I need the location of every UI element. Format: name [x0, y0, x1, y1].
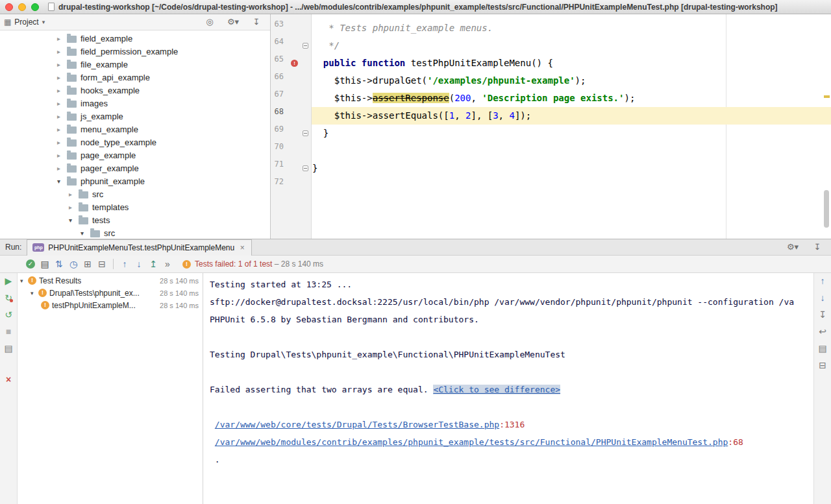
code-text[interactable]: [312, 142, 831, 160]
editor-line[interactable]: 67 $this->assertResponse(200, 'Descripti…: [271, 90, 831, 107]
close-tab-icon[interactable]: [238, 244, 246, 252]
project-tree-item[interactable]: ▸js_example: [0, 110, 270, 123]
close-window-button[interactable]: [5, 3, 13, 11]
editor-line[interactable]: 71}: [271, 160, 831, 177]
project-tree-item[interactable]: ▸images: [0, 97, 270, 110]
editor-line[interactable]: 68 $this->assertEquals([1, 2], [3, 4]);: [271, 107, 831, 125]
print-icon[interactable]: ▤: [817, 343, 828, 354]
test-tree-item[interactable]: ▾Test Results28 s 140 ms: [18, 274, 203, 287]
test-tree-item[interactable]: testPhpUnitExampleM...28 s 140 ms: [18, 299, 203, 311]
export-test-results-icon[interactable]: ↥: [146, 258, 160, 270]
minimize-window-button[interactable]: [18, 3, 26, 11]
project-tree-item[interactable]: ▸node_type_example: [0, 136, 270, 149]
editor-line[interactable]: 72: [271, 177, 831, 195]
fold-marker-icon[interactable]: [303, 165, 308, 171]
project-tree-item[interactable]: ▾src: [0, 226, 270, 239]
editor-line[interactable]: 70: [271, 142, 831, 160]
editor-line[interactable]: 69 }: [271, 125, 831, 142]
select-opened-file-icon[interactable]: ◎: [203, 16, 217, 28]
project-tree-item[interactable]: ▸templates: [0, 200, 270, 213]
chevron-down-icon[interactable]: ▾: [69, 217, 77, 224]
editor-line[interactable]: 64 */: [271, 37, 831, 54]
failed-test-gutter-icon[interactable]: [291, 60, 298, 67]
chevron-right-icon[interactable]: ▸: [57, 113, 66, 120]
chevron-down-icon[interactable]: ▾: [31, 290, 38, 296]
code-text[interactable]: * Tests phpunit_example menus.: [312, 19, 831, 37]
chevron-down-icon[interactable]: ▾: [81, 230, 89, 237]
chevron-right-icon[interactable]: ▸: [57, 35, 66, 42]
console-link[interactable]: <Click to see difference>: [433, 385, 560, 394]
chevron-right-icon[interactable]: ▸: [57, 74, 66, 81]
code-text[interactable]: $this->assertResponse(200, 'Description …: [312, 90, 831, 107]
project-tree-item[interactable]: ▸file_example: [0, 58, 270, 71]
code-text[interactable]: }: [312, 125, 831, 142]
hide-panel-icon[interactable]: ↧: [810, 241, 825, 253]
project-tree-item[interactable]: ▸field_example: [0, 32, 270, 45]
sort-by-duration-icon[interactable]: ◷: [66, 258, 81, 270]
project-tree-item[interactable]: ▸hooks_example: [0, 84, 270, 97]
scroll-to-end-icon[interactable]: ↧: [817, 309, 828, 320]
test-tree-item[interactable]: ▾Drupal\Tests\phpunit_ex...28 s 140 ms: [18, 287, 203, 299]
fold-marker-icon[interactable]: [303, 43, 308, 49]
chevron-right-icon[interactable]: ▸: [57, 48, 66, 55]
code-text[interactable]: [312, 177, 831, 195]
editor-line[interactable]: 63 * Tests phpunit_example menus.: [271, 19, 831, 37]
project-tree-item[interactable]: ▸pager_example: [0, 162, 270, 174]
chevron-down-icon[interactable]: ▾: [20, 278, 28, 284]
collapse-all-icon[interactable]: ⊟: [95, 258, 109, 270]
rerun-test-icon[interactable]: ▶: [3, 276, 14, 286]
project-panel-title[interactable]: Project: [14, 18, 38, 27]
chevron-right-icon[interactable]: ▸: [57, 61, 66, 68]
chevron-right-icon[interactable]: ▸: [57, 165, 66, 172]
show-passed-icon[interactable]: ✓: [26, 259, 35, 269]
chevron-right-icon[interactable]: ▸: [69, 191, 77, 198]
chevron-down-icon[interactable]: ▾: [57, 178, 66, 185]
console-link[interactable]: /var/www/web/core/tests/Drupal/Tests/Bro…: [215, 420, 499, 429]
more-options-icon[interactable]: »: [160, 258, 175, 270]
previous-occurrence-icon[interactable]: ↑: [817, 276, 828, 286]
console-link[interactable]: /var/www/web/modules/contrib/examples/ph…: [215, 437, 728, 447]
show-ignored-icon[interactable]: ▤: [38, 258, 52, 270]
rerun-failed-tests-icon[interactable]: ↻: [3, 293, 14, 303]
project-tree-item[interactable]: ▾phpunit_example: [0, 174, 270, 187]
project-tree-item[interactable]: ▸menu_example: [0, 123, 270, 136]
code-text[interactable]: }: [312, 160, 831, 177]
test-tree[interactable]: ▾Test Results28 s 140 ms▾Drupal\Tests\ph…: [18, 273, 203, 504]
settings-icon[interactable]: ⚙▾: [226, 16, 240, 28]
chevron-right-icon[interactable]: ▸: [57, 100, 66, 107]
editor-line[interactable]: 66 $this->drupalGet('/examples/phpunit-e…: [271, 72, 831, 90]
code-text[interactable]: $this->drupalGet('/examples/phpunit-exam…: [312, 72, 831, 90]
restore-layout-icon[interactable]: ▤: [3, 343, 14, 354]
expand-all-icon[interactable]: ⊞: [81, 258, 95, 270]
project-tree-item[interactable]: ▸page_example: [0, 149, 270, 162]
zoom-window-button[interactable]: [31, 3, 39, 11]
project-tree-item[interactable]: ▸form_api_example: [0, 71, 270, 84]
warning-stripe-mark[interactable]: [824, 95, 830, 98]
sort-alphabetically-icon[interactable]: ⇅: [52, 258, 66, 270]
toggle-auto-test-icon[interactable]: ↺: [3, 309, 14, 320]
project-tree-item[interactable]: ▸field_permission_example: [0, 45, 270, 58]
editor-scrollbar[interactable]: [824, 190, 829, 228]
editor-line[interactable]: 65 public function testPhpUnitExampleMen…: [271, 54, 831, 72]
code-text[interactable]: $this->assertEquals([1, 2], [3, 4]);: [312, 107, 831, 125]
code-text[interactable]: */: [312, 37, 831, 54]
project-tree[interactable]: ▸field_example▸field_permission_example▸…: [0, 30, 270, 239]
hide-panel-icon[interactable]: ↧: [249, 16, 264, 28]
next-failed-test-icon[interactable]: ↓: [132, 258, 146, 270]
chevron-right-icon[interactable]: ▸: [69, 204, 77, 211]
code-editor[interactable]: 63 * Tests phpunit_example menus.64 */65…: [271, 14, 831, 239]
chevron-down-icon[interactable]: [42, 19, 45, 25]
settings-icon[interactable]: ⚙▾: [786, 241, 800, 253]
close-icon[interactable]: ×: [3, 374, 14, 385]
project-tree-item[interactable]: ▾tests: [0, 213, 270, 226]
chevron-right-icon[interactable]: ▸: [57, 152, 66, 159]
previous-failed-test-icon[interactable]: ↑: [118, 258, 132, 270]
fold-marker-icon[interactable]: [303, 130, 308, 136]
run-configuration-tab[interactable]: php PHPUnitExampleMenuTest.testPhpUnitEx…: [27, 239, 252, 256]
soft-wrap-icon[interactable]: ↩: [817, 326, 828, 337]
stop-icon[interactable]: ■: [3, 326, 14, 337]
project-tree-item[interactable]: ▸src: [0, 187, 270, 200]
clear-all-icon[interactable]: ⊟: [817, 360, 828, 370]
code-text[interactable]: public function testPhpUnitExampleMenu()…: [312, 54, 831, 72]
chevron-right-icon[interactable]: ▸: [57, 139, 66, 146]
